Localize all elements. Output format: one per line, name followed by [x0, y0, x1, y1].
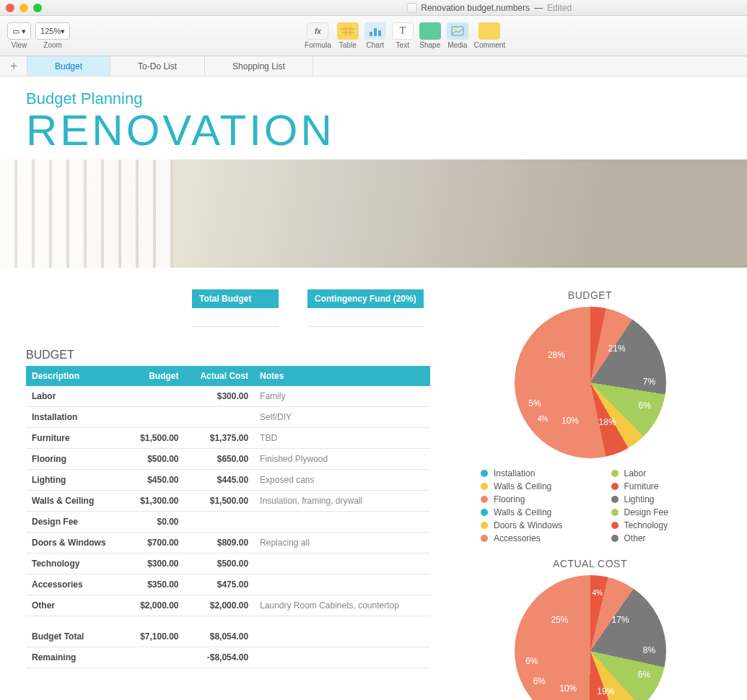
- svg-rect-5: [370, 32, 372, 36]
- table-button[interactable]: Table: [337, 22, 359, 49]
- table-row[interactable]: Furniture$1,500.00$1,375.00TBD: [26, 428, 430, 449]
- table-row[interactable]: Flooring$500.00$650.00Finished Plywood: [26, 449, 430, 470]
- actual-pie-chart[interactable]: 4%17%8%6%19%10%6%6%25%: [459, 575, 721, 700]
- chart-button[interactable]: Chart: [364, 22, 386, 49]
- toolbar: ▭ ▾View 125% ▾ Zoom fxFormulaTableChartT…: [0, 16, 747, 56]
- budget-table[interactable]: Description Budget Actual Cost Notes Lab…: [26, 366, 430, 668]
- table-row[interactable]: Lighting$450.00$445.00Exposed cans: [26, 470, 430, 491]
- page-title: RENOVATION: [26, 105, 721, 155]
- remaining-row[interactable]: Remaining-$8,054.00: [26, 647, 430, 668]
- document-canvas[interactable]: Budget Planning RENOVATION Total Budget …: [0, 76, 747, 700]
- budget-pie-chart[interactable]: 21%7%6%18%10%4%5%28%: [459, 307, 721, 458]
- table-row[interactable]: Doors & Windows$700.00$809.00Replacing a…: [26, 533, 430, 554]
- legend-item: Technology: [611, 520, 722, 530]
- budget-total-row[interactable]: Budget Total$7,100.00$8,054.00: [26, 626, 430, 647]
- legend-item: Accessories: [481, 533, 591, 543]
- contingency-box[interactable]: Contingency Fund (20%): [307, 289, 424, 327]
- table-row[interactable]: InstallationSelf/DIY: [26, 407, 430, 428]
- table-row[interactable]: Other$2,000.00$2,000.00Laundry Room Cabi…: [26, 595, 430, 616]
- table-row[interactable]: Labor$300.00Family: [26, 386, 430, 407]
- legend-item: Lighting: [611, 494, 722, 504]
- total-budget-box[interactable]: Total Budget: [192, 289, 279, 327]
- tab-shopping-list[interactable]: Shopping List: [205, 56, 313, 76]
- tab-to-do-list[interactable]: To-Do List: [110, 56, 205, 76]
- separator: —: [534, 3, 543, 13]
- legend-item: Doors & Windows: [481, 520, 591, 530]
- document-icon: [406, 3, 416, 13]
- svg-rect-0: [341, 26, 354, 36]
- legend-item: Furniture: [611, 481, 722, 491]
- filename: Renovation budget.numbers: [421, 3, 530, 13]
- shape-button[interactable]: Shape: [419, 22, 441, 49]
- legend-item: Design Fee: [611, 507, 722, 517]
- budget-chart-title: BUDGET: [459, 289, 721, 301]
- minimize-icon[interactable]: [19, 4, 28, 12]
- legend-item: Labor: [611, 468, 722, 478]
- svg-rect-6: [374, 28, 377, 36]
- svg-rect-7: [378, 30, 381, 36]
- add-sheet-button[interactable]: ＋: [0, 56, 27, 76]
- tab-budget[interactable]: Budget: [27, 56, 110, 76]
- table-row[interactable]: Technology$300.00$500.00: [26, 554, 430, 574]
- table-row[interactable]: Walls & Ceiling$1,300.00$1,500.00Insulat…: [26, 491, 430, 512]
- hero-image: [0, 159, 747, 268]
- zoom-icon[interactable]: [33, 4, 42, 12]
- view-button[interactable]: ▭ ▾View: [7, 22, 31, 49]
- summary-boxes: Total Budget Contingency Fund (20%): [192, 289, 430, 327]
- text-button[interactable]: TText: [392, 22, 414, 49]
- edited-status: Edited: [547, 3, 572, 13]
- formula-button[interactable]: fxFormula: [305, 22, 331, 49]
- legend-item: Flooring: [481, 494, 591, 504]
- titlebar: Renovation budget.numbers — Edited: [0, 0, 747, 16]
- table-row[interactable]: Design Fee$0.00: [26, 512, 430, 533]
- budget-section-title: BUDGET: [26, 349, 430, 362]
- table-row[interactable]: Accessories$350.00$475.00: [26, 574, 430, 595]
- actual-chart-title: ACTUAL COST: [459, 558, 721, 569]
- document-title: Renovation budget.numbers — Edited: [406, 3, 572, 13]
- svg-point-9: [454, 29, 456, 31]
- window-controls: [6, 4, 42, 12]
- legend-item: Walls & Ceiling: [481, 507, 591, 517]
- sheet-tabs: ＋ BudgetTo-Do ListShopping List: [0, 56, 747, 76]
- chart-legend: InstallationLaborWalls & CeilingFurnitur…: [481, 468, 721, 543]
- close-icon[interactable]: [6, 4, 14, 12]
- comment-button[interactable]: Comment: [474, 22, 505, 49]
- legend-item: Other: [611, 533, 722, 543]
- svg-rect-8: [452, 27, 463, 35]
- legend-item: Walls & Ceiling: [481, 481, 591, 491]
- legend-item: Installation: [481, 468, 591, 478]
- zoom-button[interactable]: 125% ▾ Zoom: [35, 22, 70, 49]
- media-button[interactable]: Media: [447, 22, 468, 49]
